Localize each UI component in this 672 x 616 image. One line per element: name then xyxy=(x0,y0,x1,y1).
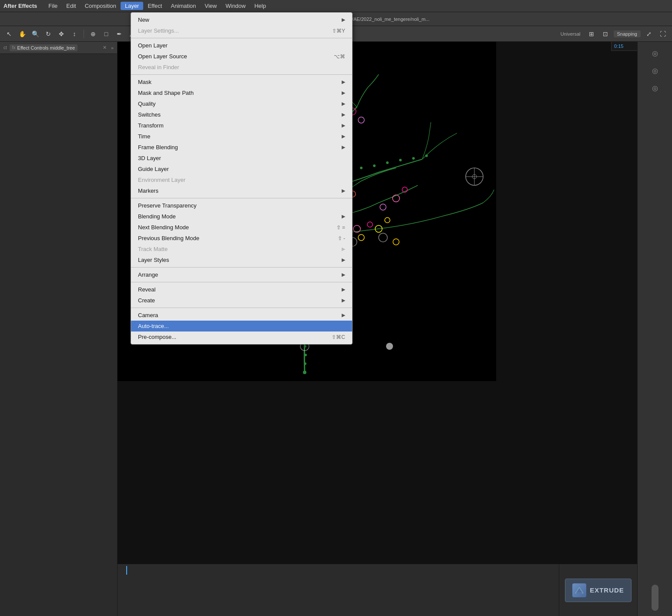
menu-item-3d-layer-label: 3D Layer xyxy=(138,155,345,161)
menu-item-pre-compose[interactable]: Pre-compose... ⇧⌘C xyxy=(131,331,352,342)
mask-shape-arrow-icon: ▶ xyxy=(342,90,345,96)
menu-item-layer-settings[interactable]: Layer Settings... ⇧⌘Y xyxy=(131,25,352,36)
open-layer-source-shortcut: ⌥⌘ xyxy=(334,54,345,60)
menu-item-auto-trace-label: Auto-trace... xyxy=(138,323,345,329)
menu-item-switches-label: Switches xyxy=(138,111,338,118)
separator-4 xyxy=(131,267,352,268)
menu-item-mask-label: Mask xyxy=(138,79,338,85)
menu-item-create[interactable]: Create ▶ xyxy=(131,295,352,306)
menu-item-frame-blending[interactable]: Frame Blending ▶ xyxy=(131,142,352,153)
menu-item-mask-shape-label: Mask and Shape Path xyxy=(138,90,338,96)
menu-item-blending-mode-label: Blending Mode xyxy=(138,213,338,220)
next-blending-mode-shortcut: ⇧ = xyxy=(336,224,345,231)
menu-item-reveal[interactable]: Reveal ▶ xyxy=(131,284,352,295)
layer-dropdown-menu: New ▶ Layer Settings... ⇧⌘Y Open Layer O… xyxy=(131,12,353,345)
camera-arrow-icon: ▶ xyxy=(342,312,345,318)
menu-item-environment-layer[interactable]: Environment Layer xyxy=(131,174,352,185)
menu-item-reveal-label: Reveal xyxy=(138,286,338,293)
menu-item-layer-styles-label: Layer Styles xyxy=(138,257,338,263)
mask-arrow-icon: ▶ xyxy=(342,79,345,85)
menu-item-create-label: Create xyxy=(138,297,338,304)
menu-item-next-blending-mode-label: Next Blending Mode xyxy=(138,224,328,231)
transform-arrow-icon: ▶ xyxy=(342,123,345,128)
dropdown-overlay[interactable]: New ▶ Layer Settings... ⇧⌘Y Open Layer O… xyxy=(0,0,672,616)
menu-item-previous-blending-mode[interactable]: Previous Blending Mode ⇧ - xyxy=(131,233,352,244)
menu-item-frame-blending-label: Frame Blending xyxy=(138,144,338,151)
menu-item-open-layer-label: Open Layer xyxy=(138,42,345,49)
menu-item-markers[interactable]: Markers ▶ xyxy=(131,185,352,196)
separator-2 xyxy=(131,74,352,75)
menu-item-pre-compose-label: Pre-compose... xyxy=(138,334,323,340)
layer-styles-arrow-icon: ▶ xyxy=(342,257,345,263)
menu-item-time-label: Time xyxy=(138,133,338,140)
menu-item-previous-blending-mode-label: Previous Blending Mode xyxy=(138,235,329,241)
menu-item-3d-layer[interactable]: 3D Layer xyxy=(131,153,352,164)
separator-5 xyxy=(131,282,352,282)
menu-item-layer-styles[interactable]: Layer Styles ▶ xyxy=(131,254,352,265)
menu-item-open-layer-source-label: Open Layer Source xyxy=(138,53,325,60)
menu-item-time[interactable]: Time ▶ xyxy=(131,131,352,142)
menu-item-new-label: New xyxy=(138,17,338,23)
track-matte-arrow-icon: ▶ xyxy=(342,246,345,252)
separator-6 xyxy=(131,308,352,308)
create-arrow-icon: ▶ xyxy=(342,298,345,303)
menu-item-mask[interactable]: Mask ▶ xyxy=(131,77,352,87)
pre-compose-shortcut: ⇧⌘C xyxy=(332,334,345,340)
separator-3 xyxy=(131,198,352,198)
menu-item-guide-layer[interactable]: Guide Layer xyxy=(131,164,352,174)
menu-item-guide-layer-label: Guide Layer xyxy=(138,166,345,172)
separator-1 xyxy=(131,38,352,38)
menu-item-auto-trace[interactable]: Auto-trace... xyxy=(131,321,352,331)
menu-item-transform-label: Transform xyxy=(138,122,338,129)
menu-item-transform[interactable]: Transform ▶ xyxy=(131,120,352,131)
menu-item-quality-label: Quality xyxy=(138,100,338,107)
menu-item-camera[interactable]: Camera ▶ xyxy=(131,310,352,321)
quality-arrow-icon: ▶ xyxy=(342,101,345,107)
switches-arrow-icon: ▶ xyxy=(342,112,345,117)
menu-item-reveal-finder[interactable]: Reveal in Finder xyxy=(131,62,352,73)
layer-settings-shortcut: ⇧⌘Y xyxy=(332,28,345,34)
menu-item-open-layer[interactable]: Open Layer xyxy=(131,40,352,51)
menu-item-quality[interactable]: Quality ▶ xyxy=(131,98,352,109)
menu-item-preserve-transparency-label: Preserve Transparency xyxy=(138,202,345,209)
menu-item-arrange[interactable]: Arrange ▶ xyxy=(131,269,352,280)
menu-item-layer-settings-label: Layer Settings... xyxy=(138,27,323,34)
menu-item-switches[interactable]: Switches ▶ xyxy=(131,109,352,120)
time-arrow-icon: ▶ xyxy=(342,134,345,139)
frame-blending-arrow-icon: ▶ xyxy=(342,144,345,150)
arrange-arrow-icon: ▶ xyxy=(342,272,345,278)
menu-item-preserve-transparency[interactable]: Preserve Transparency xyxy=(131,200,352,211)
menu-item-blending-mode[interactable]: Blending Mode ▶ xyxy=(131,211,352,222)
markers-arrow-icon: ▶ xyxy=(342,188,345,194)
menu-item-camera-label: Camera xyxy=(138,312,338,318)
menu-item-new[interactable]: New ▶ xyxy=(131,14,352,25)
previous-blending-mode-shortcut: ⇧ - xyxy=(338,235,345,241)
menu-item-track-matte-label: Track Matte xyxy=(138,246,338,252)
new-arrow-icon: ▶ xyxy=(342,17,345,23)
menu-item-environment-layer-label: Environment Layer xyxy=(138,177,345,183)
menu-item-track-matte[interactable]: Track Matte ▶ xyxy=(131,244,352,254)
menu-item-reveal-finder-label: Reveal in Finder xyxy=(138,64,345,70)
reveal-arrow-icon: ▶ xyxy=(342,287,345,292)
menu-item-markers-label: Markers xyxy=(138,187,338,194)
menu-item-mask-shape-path[interactable]: Mask and Shape Path ▶ xyxy=(131,87,352,98)
blending-mode-arrow-icon: ▶ xyxy=(342,214,345,219)
menu-item-arrange-label: Arrange xyxy=(138,271,338,278)
menu-item-open-layer-source[interactable]: Open Layer Source ⌥⌘ xyxy=(131,51,352,62)
menu-item-next-blending-mode[interactable]: Next Blending Mode ⇧ = xyxy=(131,222,352,233)
